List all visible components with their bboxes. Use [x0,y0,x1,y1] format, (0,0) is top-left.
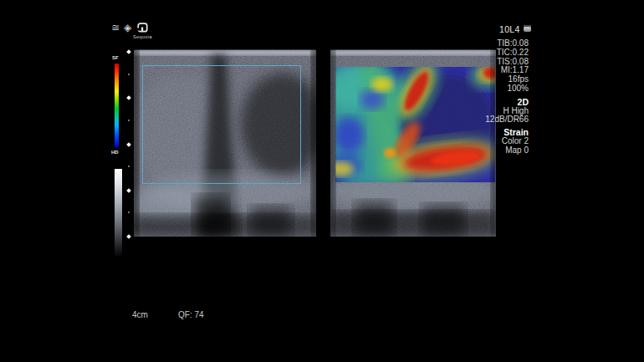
compare-icon: ≅ [111,23,120,33]
sequoia-logo-icon [137,23,148,33]
ruler-minor-tick [128,120,130,121]
elastography-image [330,48,496,237]
ultrasound-screen: ≅ ◈ Sequoia 10L4 TIB:0.08 TIC:0.22 TIS:0… [0,0,644,362]
transducer-icon [524,25,531,32]
tic-value: TIC:0.22 [485,48,529,58]
map-setting-value: Map 0 [485,146,529,156]
depth-readout: 4cm [132,310,148,319]
ruler-major-tick [126,234,131,239]
target-icon: ◈ [124,23,131,33]
quality-factor-readout: QF: 74 [178,310,204,319]
power-value: 100% [485,84,529,94]
ruler-minor-tick [128,74,130,75]
gain-dr-value: 12dB/DR66 [485,115,529,125]
depth-ruler [125,48,133,240]
ruler-minor-tick [128,166,130,167]
ruler-major-tick [126,142,131,147]
grayscale-bar [115,169,122,257]
transducer-label[interactable]: 10L4 [499,24,520,34]
ruler-minor-tick [128,212,130,213]
strain-color-overlay [330,52,496,190]
imaging-parameters-panel: TIB:0.08 TIC:0.22 TIS:0.08 MI:1.17 16fps… [485,39,529,156]
ruler-major-tick [126,95,131,100]
strain-scale-hard-label: HD [111,150,119,155]
strain-colorbar [115,64,119,147]
ruler-major-tick [126,49,131,54]
mode-2d-label[interactable]: 2D [485,98,529,107]
elastography-roi-box[interactable] [142,65,301,184]
ruler-major-tick [126,188,131,193]
strain-scale-soft-label: SF [112,55,119,60]
sequoia-logo-text: Sequoia [133,34,152,39]
